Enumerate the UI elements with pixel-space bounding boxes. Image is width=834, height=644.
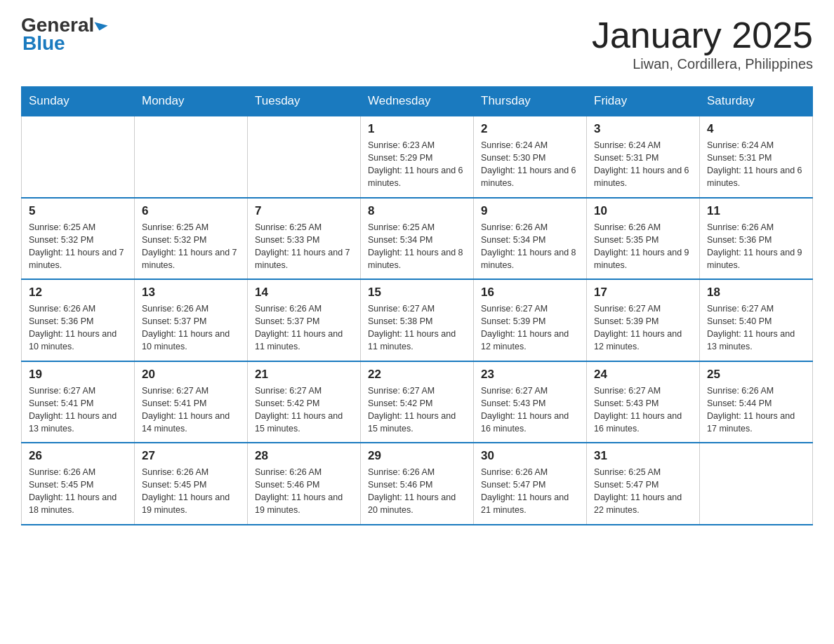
- day-info: Sunrise: 6:26 AM Sunset: 5:36 PM Dayligh…: [29, 302, 127, 354]
- header-thursday: Thursday: [474, 87, 587, 116]
- day-cell: 5Sunrise: 6:25 AM Sunset: 5:32 PM Daylig…: [22, 198, 135, 280]
- day-number: 1: [368, 122, 466, 136]
- day-number: 21: [255, 368, 353, 382]
- day-info: Sunrise: 6:25 AM Sunset: 5:47 PM Dayligh…: [594, 466, 692, 517]
- day-cell: [135, 116, 248, 198]
- day-cell: 16Sunrise: 6:27 AM Sunset: 5:39 PM Dayli…: [474, 279, 587, 361]
- header-wednesday: Wednesday: [361, 87, 474, 116]
- day-cell: 8Sunrise: 6:25 AM Sunset: 5:34 PM Daylig…: [361, 198, 474, 280]
- day-info: Sunrise: 6:26 AM Sunset: 5:45 PM Dayligh…: [142, 466, 240, 517]
- week-row-2: 5Sunrise: 6:25 AM Sunset: 5:32 PM Daylig…: [22, 198, 813, 280]
- day-cell: 22Sunrise: 6:27 AM Sunset: 5:42 PM Dayli…: [361, 361, 474, 443]
- day-info: Sunrise: 6:27 AM Sunset: 5:41 PM Dayligh…: [29, 384, 127, 436]
- day-info: Sunrise: 6:26 AM Sunset: 5:44 PM Dayligh…: [707, 384, 805, 436]
- day-number: 26: [29, 449, 127, 463]
- day-cell: 29Sunrise: 6:26 AM Sunset: 5:46 PM Dayli…: [361, 443, 474, 525]
- day-cell: 7Sunrise: 6:25 AM Sunset: 5:33 PM Daylig…: [248, 198, 361, 280]
- day-number: 29: [368, 449, 466, 463]
- day-cell: 10Sunrise: 6:26 AM Sunset: 5:35 PM Dayli…: [587, 198, 700, 280]
- day-number: 16: [481, 286, 579, 300]
- day-cell: 30Sunrise: 6:26 AM Sunset: 5:47 PM Dayli…: [474, 443, 587, 525]
- day-number: 18: [707, 286, 805, 300]
- day-info: Sunrise: 6:26 AM Sunset: 5:35 PM Dayligh…: [594, 221, 692, 272]
- day-number: 12: [29, 286, 127, 300]
- day-number: 15: [368, 286, 466, 300]
- day-info: Sunrise: 6:23 AM Sunset: 5:29 PM Dayligh…: [368, 139, 466, 190]
- day-number: 17: [594, 286, 692, 300]
- day-cell: 12Sunrise: 6:26 AM Sunset: 5:36 PM Dayli…: [22, 279, 135, 361]
- header-friday: Friday: [587, 87, 700, 116]
- day-info: Sunrise: 6:25 AM Sunset: 5:34 PM Dayligh…: [368, 221, 466, 272]
- day-info: Sunrise: 6:27 AM Sunset: 5:43 PM Dayligh…: [594, 384, 692, 436]
- day-cell: 13Sunrise: 6:26 AM Sunset: 5:37 PM Dayli…: [135, 279, 248, 361]
- day-info: Sunrise: 6:25 AM Sunset: 5:32 PM Dayligh…: [29, 221, 127, 272]
- day-cell: 31Sunrise: 6:25 AM Sunset: 5:47 PM Dayli…: [587, 443, 700, 525]
- header-row: Sunday Monday Tuesday Wednesday Thursday…: [22, 87, 813, 116]
- logo-blue-text: Blue: [22, 32, 65, 55]
- day-info: Sunrise: 6:26 AM Sunset: 5:46 PM Dayligh…: [368, 466, 466, 517]
- header-monday: Monday: [135, 87, 248, 116]
- day-cell: [248, 116, 361, 198]
- day-cell: [700, 443, 813, 525]
- title-section: January 2025 Liwan, Cordillera, Philippi…: [592, 14, 813, 72]
- day-number: 4: [707, 122, 805, 136]
- day-info: Sunrise: 6:27 AM Sunset: 5:39 PM Dayligh…: [481, 302, 579, 354]
- day-cell: 28Sunrise: 6:26 AM Sunset: 5:46 PM Dayli…: [248, 443, 361, 525]
- day-cell: 3Sunrise: 6:24 AM Sunset: 5:31 PM Daylig…: [587, 116, 700, 198]
- day-info: Sunrise: 6:26 AM Sunset: 5:34 PM Dayligh…: [481, 221, 579, 272]
- day-cell: 1Sunrise: 6:23 AM Sunset: 5:29 PM Daylig…: [361, 116, 474, 198]
- day-info: Sunrise: 6:27 AM Sunset: 5:40 PM Dayligh…: [707, 302, 805, 354]
- day-cell: 18Sunrise: 6:27 AM Sunset: 5:40 PM Dayli…: [700, 279, 813, 361]
- calendar-header: Sunday Monday Tuesday Wednesday Thursday…: [22, 87, 813, 116]
- day-info: Sunrise: 6:26 AM Sunset: 5:37 PM Dayligh…: [255, 302, 353, 354]
- day-cell: 25Sunrise: 6:26 AM Sunset: 5:44 PM Dayli…: [700, 361, 813, 443]
- day-cell: 6Sunrise: 6:25 AM Sunset: 5:32 PM Daylig…: [135, 198, 248, 280]
- day-number: 9: [481, 204, 579, 218]
- day-number: 31: [594, 449, 692, 463]
- day-cell: 4Sunrise: 6:24 AM Sunset: 5:31 PM Daylig…: [700, 116, 813, 198]
- day-info: Sunrise: 6:26 AM Sunset: 5:36 PM Dayligh…: [707, 221, 805, 272]
- day-cell: 15Sunrise: 6:27 AM Sunset: 5:38 PM Dayli…: [361, 279, 474, 361]
- day-info: Sunrise: 6:26 AM Sunset: 5:37 PM Dayligh…: [142, 302, 240, 354]
- day-number: 30: [481, 449, 579, 463]
- header-saturday: Saturday: [700, 87, 813, 116]
- month-title: January 2025: [592, 14, 813, 56]
- day-info: Sunrise: 6:27 AM Sunset: 5:39 PM Dayligh…: [594, 302, 692, 354]
- day-number: 6: [142, 204, 240, 218]
- day-cell: 17Sunrise: 6:27 AM Sunset: 5:39 PM Dayli…: [587, 279, 700, 361]
- day-info: Sunrise: 6:24 AM Sunset: 5:31 PM Dayligh…: [594, 139, 692, 190]
- day-info: Sunrise: 6:26 AM Sunset: 5:46 PM Dayligh…: [255, 466, 353, 517]
- day-number: 2: [481, 122, 579, 136]
- day-cell: [22, 116, 135, 198]
- logo-arrow-icon: [95, 17, 108, 30]
- location: Liwan, Cordillera, Philippines: [592, 56, 813, 72]
- day-info: Sunrise: 6:27 AM Sunset: 5:43 PM Dayligh…: [481, 384, 579, 436]
- day-number: 5: [29, 204, 127, 218]
- day-number: 8: [368, 204, 466, 218]
- day-cell: 21Sunrise: 6:27 AM Sunset: 5:42 PM Dayli…: [248, 361, 361, 443]
- day-cell: 11Sunrise: 6:26 AM Sunset: 5:36 PM Dayli…: [700, 198, 813, 280]
- day-number: 23: [481, 368, 579, 382]
- day-info: Sunrise: 6:27 AM Sunset: 5:42 PM Dayligh…: [368, 384, 466, 436]
- calendar-table: Sunday Monday Tuesday Wednesday Thursday…: [21, 86, 813, 525]
- day-cell: 27Sunrise: 6:26 AM Sunset: 5:45 PM Dayli…: [135, 443, 248, 525]
- header-tuesday: Tuesday: [248, 87, 361, 116]
- day-info: Sunrise: 6:27 AM Sunset: 5:38 PM Dayligh…: [368, 302, 466, 354]
- logo: General Blue: [21, 14, 106, 55]
- day-info: Sunrise: 6:26 AM Sunset: 5:47 PM Dayligh…: [481, 466, 579, 517]
- day-cell: 19Sunrise: 6:27 AM Sunset: 5:41 PM Dayli…: [22, 361, 135, 443]
- day-cell: 23Sunrise: 6:27 AM Sunset: 5:43 PM Dayli…: [474, 361, 587, 443]
- day-cell: 26Sunrise: 6:26 AM Sunset: 5:45 PM Dayli…: [22, 443, 135, 525]
- day-info: Sunrise: 6:25 AM Sunset: 5:33 PM Dayligh…: [255, 221, 353, 272]
- day-number: 25: [707, 368, 805, 382]
- day-number: 14: [255, 286, 353, 300]
- day-cell: 24Sunrise: 6:27 AM Sunset: 5:43 PM Dayli…: [587, 361, 700, 443]
- day-number: 13: [142, 286, 240, 300]
- day-number: 24: [594, 368, 692, 382]
- header-sunday: Sunday: [22, 87, 135, 116]
- week-row-1: 1Sunrise: 6:23 AM Sunset: 5:29 PM Daylig…: [22, 116, 813, 198]
- day-info: Sunrise: 6:24 AM Sunset: 5:31 PM Dayligh…: [707, 139, 805, 190]
- day-number: 22: [368, 368, 466, 382]
- day-info: Sunrise: 6:26 AM Sunset: 5:45 PM Dayligh…: [29, 466, 127, 517]
- day-cell: 20Sunrise: 6:27 AM Sunset: 5:41 PM Dayli…: [135, 361, 248, 443]
